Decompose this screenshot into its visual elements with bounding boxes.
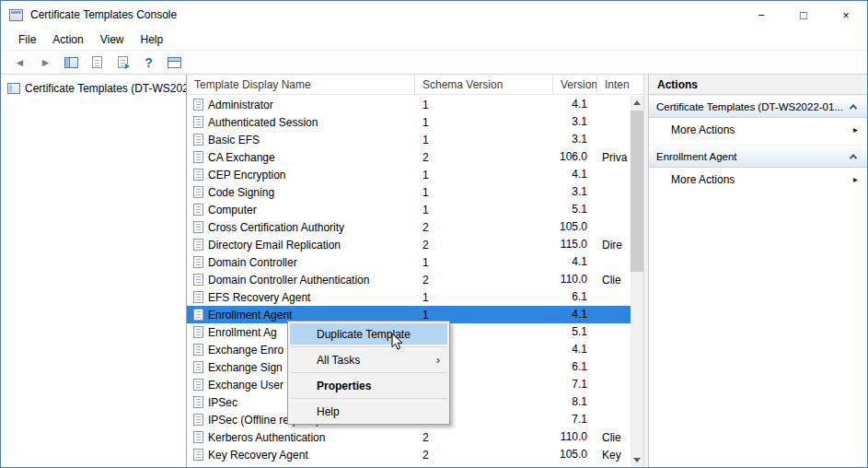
template-row[interactable]: Authenticated Session 1 3.1 [187, 113, 632, 131]
certificate-template-icon [193, 204, 203, 216]
column-header-template-display-name[interactable]: Template Display Name [187, 75, 415, 94]
menu-separator [291, 372, 446, 373]
template-row[interactable]: Cross Certification Authority 2 105.0 [187, 218, 632, 236]
certificate-template-icon [193, 186, 203, 198]
collapse-chevron-icon[interactable] [843, 148, 863, 165]
context-menu-item-label: Properties [317, 380, 440, 392]
version-value: 110.0 [553, 428, 597, 446]
back-icon: ◄ [15, 56, 26, 69]
mouse-cursor [391, 333, 403, 351]
template-row[interactable]: CEP Encryption 1 4.1 [187, 166, 632, 183]
column-header-schema-version[interactable]: Schema Version [415, 75, 553, 94]
schema-version-value: 1 [415, 186, 553, 199]
submenu-arrow-icon: › [436, 353, 440, 367]
scroll-up-button[interactable] [631, 96, 643, 110]
template-name: Exchange User [208, 379, 284, 392]
template-row[interactable]: EFS Recovery Agent 1 6.1 [187, 288, 632, 306]
context-menu: Duplicate Template All Tasks › Propertie… [287, 321, 450, 425]
scroll-up-icon [633, 100, 641, 105]
actions-panel-title: Actions [649, 75, 867, 95]
more-actions-item-enrollment-agent[interactable]: More Actions ▸ [649, 168, 867, 191]
list-view-button[interactable] [86, 53, 109, 73]
template-row[interactable]: Directory Email Replication 2 115.0 Dire [187, 236, 632, 253]
schema-version-value: 1 [415, 291, 553, 304]
certificate-template-icon [193, 116, 203, 128]
template-row[interactable]: CA Exchange 2 106.0 Priva [187, 148, 632, 166]
console-tree-panel: Certificate Templates (DT-WS202 [1, 75, 187, 467]
action-group-header-label: Certificate Templates (DT-WS2022-01... [656, 101, 843, 112]
template-row[interactable]: Key Recovery Agent 2 105.0 Key [187, 446, 632, 463]
scroll-down-button[interactable] [631, 453, 643, 467]
context-menu-properties[interactable]: Properties [290, 375, 447, 396]
more-actions-label: More Actions [671, 123, 853, 136]
template-row[interactable]: Domain Controller 1 4.1 [187, 253, 632, 271]
certificate-template-icon [193, 326, 203, 338]
context-menu-help[interactable]: Help [290, 401, 447, 422]
minimize-button[interactable]: − [740, 1, 782, 29]
template-row[interactable]: Basic EFS 1 3.1 [187, 131, 632, 148]
version-value: 4.1 [553, 96, 597, 113]
certificate-template-icon [193, 239, 203, 251]
console-app-icon [9, 9, 23, 21]
export-list-button[interactable] [111, 53, 134, 73]
menu-file[interactable]: File [10, 30, 44, 49]
template-name: Key Recovery Agent [208, 449, 308, 462]
context-menu-duplicate-template[interactable]: Duplicate Template [290, 323, 447, 345]
version-value: 7.1 [553, 411, 597, 428]
menu-view[interactable]: View [92, 30, 133, 49]
context-menu-item-label: Help [317, 405, 440, 418]
table-view-button[interactable] [163, 53, 186, 73]
version-value: 110.0 [553, 271, 597, 288]
context-menu-all-tasks[interactable]: All Tasks › [290, 349, 447, 370]
menu-action[interactable]: Action [44, 30, 91, 49]
close-button[interactable]: × [825, 1, 867, 29]
vertical-scrollbar[interactable] [631, 96, 643, 467]
version-value: 3.1 [553, 131, 597, 148]
version-value: 5.1 [553, 323, 597, 341]
template-name: Authenticated Session [208, 116, 318, 129]
back-button[interactable]: ◄ [8, 53, 31, 73]
template-name: Cross Certification Authority [208, 221, 344, 234]
collapse-chevron-icon[interactable] [843, 99, 863, 115]
version-value: 3.1 [553, 113, 597, 131]
certificate-template-icon [193, 309, 203, 321]
help-button[interactable]: ? [137, 53, 160, 73]
version-value: 7.1 [553, 376, 597, 393]
show-console-tree-button[interactable] [60, 53, 83, 73]
template-row[interactable]: Administrator 1 4.1 [187, 96, 632, 113]
menu-separator [291, 346, 446, 347]
certificate-template-icon [193, 414, 203, 426]
help-icon: ? [145, 55, 153, 70]
version-value: 4.1 [553, 253, 597, 271]
context-menu-item-label: All Tasks [317, 354, 436, 367]
column-header-version[interactable]: Version [553, 75, 597, 94]
more-actions-item-certificate-templates[interactable]: More Actions ▸ [649, 118, 867, 141]
template-name-cell: Cross Certification Authority [187, 221, 415, 234]
menu-help[interactable]: Help [133, 30, 172, 49]
template-name-cell: Computer [187, 204, 415, 216]
maximize-button[interactable]: □ [782, 1, 825, 29]
action-group-header-certificate-templates[interactable]: Certificate Templates (DT-WS2022-01... [649, 95, 867, 118]
template-row[interactable]: Computer 1 5.1 [187, 201, 632, 218]
context-menu-item-label: Duplicate Template [317, 328, 440, 341]
template-row[interactable]: Code Signing 1 3.1 [187, 183, 632, 201]
forward-button[interactable]: ► [34, 53, 57, 73]
scrollbar-thumb[interactable] [631, 111, 643, 272]
template-name-cell: Administrator [187, 99, 415, 111]
template-row[interactable]: Domain Controller Authentication 2 110.0… [187, 271, 632, 288]
template-name-cell: Domain Controller Authentication [187, 274, 415, 287]
version-value: 8.1 [553, 393, 597, 411]
action-group-header-enrollment-agent[interactable]: Enrollment Agent [649, 145, 867, 168]
template-row[interactable]: Kerberos Authentication 2 110.0 Clie [187, 428, 632, 446]
intended-purposes-value: Clie [597, 274, 632, 287]
intended-purposes-value: Priva [597, 151, 632, 164]
tree-node-certificate-templates[interactable]: Certificate Templates (DT-WS202 [1, 79, 186, 98]
window-controls: − □ × [740, 1, 867, 29]
action-group-header-label: Enrollment Agent [656, 151, 843, 162]
certificate-template-icon [193, 344, 203, 356]
template-name: Administrator [208, 99, 273, 111]
template-name-cell: Enrollment Agent [187, 309, 415, 322]
column-header-intended-purposes[interactable]: Inten [597, 75, 643, 94]
more-actions-arrow-icon: ▸ [853, 174, 858, 184]
certificate-template-icon [193, 151, 203, 163]
